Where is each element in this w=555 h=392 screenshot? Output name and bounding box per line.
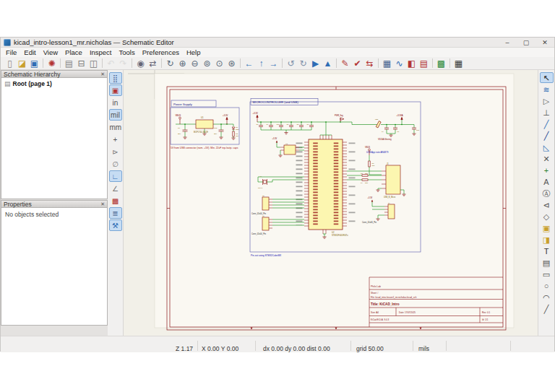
erc-markers-icon[interactable]: ▩ — [109, 195, 122, 206]
zoom-out-icon[interactable]: ⊖ — [189, 58, 201, 69]
zoom-in-icon[interactable]: ⊕ — [176, 58, 189, 69]
global-label-icon[interactable]: ⊲ — [540, 199, 554, 210]
text-icon[interactable]: T — [540, 245, 554, 256]
line-mode-90-icon[interactable]: ∟ — [109, 170, 122, 182]
hierarchical-label-icon[interactable]: ◇ — [540, 211, 554, 222]
hidden-fields-icon[interactable]: ∅ — [109, 158, 122, 170]
place-symbol-icon[interactable]: ▷ — [540, 95, 554, 106]
close-properties-panel-icon[interactable]: ✕ — [100, 201, 105, 207]
text-box-icon[interactable]: ▤ — [540, 257, 554, 268]
refresh-view-icon[interactable]: ↻ — [164, 58, 176, 69]
zoom-fit-icon[interactable]: ⊚ — [201, 58, 213, 69]
select-tool-icon[interactable]: ↖ — [540, 72, 554, 83]
grid-visibility-icon[interactable]: ⣿ — [109, 72, 122, 84]
r2-value: 1k5 — [236, 135, 239, 137]
rectangle-icon[interactable]: ▭ — [540, 269, 554, 279]
circle-icon[interactable]: ○ — [540, 280, 554, 291]
sheet-pin-icon[interactable]: ◨ — [540, 234, 554, 245]
close-hierarchy-panel-icon[interactable]: ✕ — [100, 71, 105, 77]
grid-overrides-icon[interactable]: ▣ — [109, 84, 122, 96]
paste-icon[interactable]: ◫ — [87, 58, 100, 69]
arc-icon[interactable]: ◠ — [540, 292, 554, 302]
line-icon[interactable]: ╱ — [540, 303, 554, 314]
annotate-icon[interactable]: ✎ — [339, 58, 351, 69]
assign-footprints-icon[interactable]: ◧ — [405, 58, 418, 69]
minimize-button[interactable]: – — [498, 39, 517, 46]
rotate-cw-icon[interactable]: ↻ — [297, 58, 309, 69]
simulator-icon[interactable]: ∿ — [393, 58, 405, 69]
close-button[interactable]: ✕ — [535, 39, 554, 46]
mirror-v-icon[interactable]: ▲ — [322, 58, 334, 69]
units-mils-icon[interactable]: mil — [109, 109, 122, 121]
p3v3a-label: +3.3VA — [397, 114, 403, 117]
r3-value: 22R — [365, 173, 368, 174]
line-mode-45-icon[interactable]: ∠ — [109, 183, 122, 194]
crosshair-cursor-icon[interactable]: + — [109, 134, 122, 145]
place-power-port-icon[interactable]: ⊥ — [540, 107, 554, 118]
schematic-canvas[interactable]: Power Supply 5V from USB connector (nom.… — [124, 70, 539, 336]
zoom-objects-icon[interactable]: ⊙ — [213, 58, 225, 69]
redo-icon[interactable]: ↷ — [117, 58, 129, 69]
export-bom-icon[interactable]: ▤ — [418, 58, 430, 69]
erc-icon[interactable]: ✔ — [351, 58, 363, 69]
menu-tools[interactable]: Tools — [116, 48, 139, 56]
hidden-pins-icon[interactable]: ⊳ — [109, 146, 122, 157]
find-icon[interactable]: ◉ — [134, 58, 147, 69]
toolbar-separator — [378, 58, 379, 68]
page-settings-icon[interactable]: ▤ — [63, 58, 75, 69]
j4-value: Conn_01x06_Pin — [362, 221, 377, 224]
menu-edit[interactable]: Edit — [20, 48, 39, 56]
sheet-icon: ▤ — [4, 80, 11, 87]
vbus-label: VBUS — [365, 146, 370, 149]
nav-up-hierarchy-icon[interactable]: ↑ — [255, 58, 267, 69]
usb-note: USB App note AN4879 — [366, 151, 389, 154]
net-class-directive-icon[interactable]: Ⓐ — [540, 188, 554, 199]
status-grid: grid 50.00 — [356, 345, 384, 352]
draw-bus-icon[interactable]: ╱ — [540, 130, 554, 141]
window-controls: –▢✕ — [498, 39, 554, 46]
no-connect-icon[interactable]: ✕ — [540, 153, 554, 164]
menu-preferences[interactable]: Preferences — [139, 48, 183, 56]
symbol-fields-table-icon[interactable]: ▦ — [381, 58, 393, 69]
maximize-button[interactable]: ▢ — [517, 39, 535, 46]
toolbar-separator — [336, 58, 337, 68]
undo-icon[interactable]: ↶ — [105, 58, 117, 69]
schematic-drawing: Power Supply 5V from USB connector (nom.… — [124, 70, 539, 336]
hierarchy-panel-header: Schematic Hierarchy ✕ — [1, 70, 108, 78]
draw-wire-icon[interactable]: ╱ — [540, 118, 554, 129]
properties-panel-icon[interactable]: ⚒ — [109, 219, 122, 231]
fb1-ref: FB1 — [375, 118, 379, 121]
save-icon[interactable]: ▣ — [28, 58, 40, 69]
open-schematic-icon[interactable]: ◪ — [16, 58, 28, 69]
bus-entry-icon[interactable]: ◺ — [540, 141, 554, 152]
find-replace-icon[interactable]: ⇄ — [147, 58, 159, 69]
net-label-icon[interactable]: A — [540, 176, 554, 187]
nav-forward-icon[interactable]: → — [267, 58, 280, 69]
nav-back-icon[interactable]: ← — [243, 58, 255, 69]
usb-connector-body — [386, 165, 400, 194]
mirror-h-icon[interactable]: ▶ — [309, 58, 322, 69]
hierarchy-root-item[interactable]: ▤ Root (page 1) — [1, 78, 107, 90]
menu-place[interactable]: Place — [61, 48, 86, 56]
new-schematic-icon[interactable]: ▯ — [4, 58, 16, 69]
units-mm-icon[interactable]: mm — [109, 121, 122, 133]
status-separator — [350, 341, 351, 351]
hierarchical-sheet-icon[interactable]: ▣ — [540, 222, 554, 233]
update-symbols-icon[interactable]: ⇆ — [363, 58, 376, 69]
pcb-editor-icon[interactable]: ▦ — [452, 58, 465, 69]
menu-inspect[interactable]: Inspect — [86, 48, 116, 56]
print-icon[interactable]: ⊟ — [75, 58, 87, 69]
zoom-selection-icon[interactable]: ⊛ — [225, 58, 238, 69]
c6-value: 22u — [178, 133, 181, 135]
junction-icon[interactable]: + — [540, 165, 554, 175]
rotate-ccw-icon[interactable]: ↺ — [285, 58, 297, 69]
menu-view[interactable]: View — [40, 48, 61, 56]
menu-file[interactable]: File — [2, 48, 20, 56]
schematic-setup-icon[interactable]: ✺ — [46, 58, 58, 69]
main-toolbar: ▯◪▣✺▤⊟◫↶↷◉⇄↻⊕⊖⊚⊙⊛←↑→↺↻▶▲✎✔⇆▦∿◧▤▩▦ — [1, 57, 554, 70]
hierarchy-navigator-icon[interactable]: ≣ — [109, 207, 122, 219]
menu-help[interactable]: Help — [183, 48, 205, 56]
footprint-editor-icon[interactable]: ▩ — [435, 58, 447, 69]
highlight-net-icon[interactable]: ≋ — [540, 84, 554, 95]
units-inches-icon[interactable]: in — [109, 97, 122, 108]
